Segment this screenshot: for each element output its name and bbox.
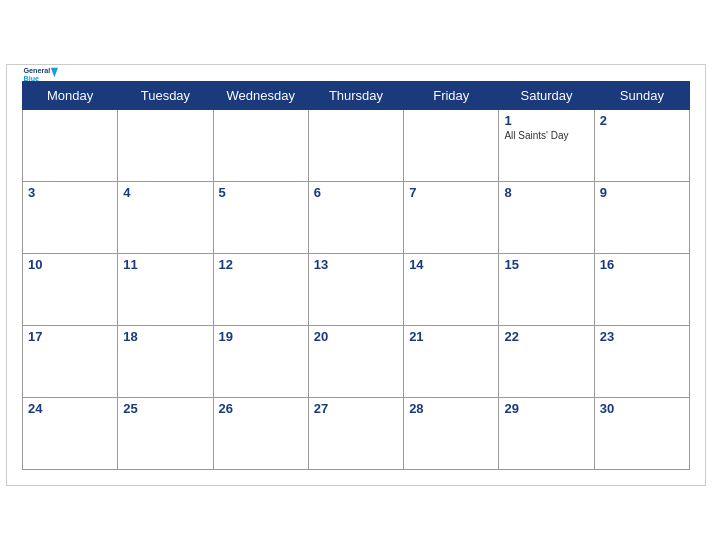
day-cell: 19 <box>213 326 308 398</box>
day-cell <box>308 110 403 182</box>
day-cell: 25 <box>118 398 213 470</box>
week-row-5: 24252627282930 <box>23 398 690 470</box>
day-cell: 23 <box>594 326 689 398</box>
day-cell: 5 <box>213 182 308 254</box>
day-cell: 17 <box>23 326 118 398</box>
day-number: 5 <box>219 185 303 200</box>
logo-icon: General Blue <box>22 64 58 86</box>
day-cell: 26 <box>213 398 308 470</box>
day-cell: 10 <box>23 254 118 326</box>
day-number: 26 <box>219 401 303 416</box>
day-number: 16 <box>600 257 684 272</box>
day-number: 14 <box>409 257 493 272</box>
day-number: 27 <box>314 401 398 416</box>
weekday-header-thursday: Thursday <box>308 82 403 110</box>
day-number: 1 <box>504 113 588 128</box>
weekday-header-wednesday: Wednesday <box>213 82 308 110</box>
day-cell <box>404 110 499 182</box>
calendar-container: General Blue MondayTuesdayWednesdayThurs… <box>6 64 706 486</box>
day-cell: 16 <box>594 254 689 326</box>
day-cell: 11 <box>118 254 213 326</box>
day-number: 8 <box>504 185 588 200</box>
day-cell: 1All Saints' Day <box>499 110 594 182</box>
day-cell: 13 <box>308 254 403 326</box>
calendar-table: MondayTuesdayWednesdayThursdayFridaySatu… <box>22 81 690 470</box>
day-number: 22 <box>504 329 588 344</box>
day-number: 24 <box>28 401 112 416</box>
day-number: 15 <box>504 257 588 272</box>
day-cell: 27 <box>308 398 403 470</box>
day-cell: 4 <box>118 182 213 254</box>
day-number: 4 <box>123 185 207 200</box>
day-number: 21 <box>409 329 493 344</box>
day-number: 30 <box>600 401 684 416</box>
weekday-header-sunday: Sunday <box>594 82 689 110</box>
day-number: 9 <box>600 185 684 200</box>
day-cell: 24 <box>23 398 118 470</box>
day-number: 11 <box>123 257 207 272</box>
svg-text:Blue: Blue <box>23 74 39 83</box>
day-event: All Saints' Day <box>504 130 588 141</box>
day-cell <box>118 110 213 182</box>
day-number: 7 <box>409 185 493 200</box>
day-cell: 3 <box>23 182 118 254</box>
weekday-header-saturday: Saturday <box>499 82 594 110</box>
weekday-header-friday: Friday <box>404 82 499 110</box>
day-cell: 6 <box>308 182 403 254</box>
day-number: 29 <box>504 401 588 416</box>
day-number: 19 <box>219 329 303 344</box>
day-cell: 9 <box>594 182 689 254</box>
svg-text:General: General <box>23 66 50 75</box>
day-number: 25 <box>123 401 207 416</box>
day-cell: 21 <box>404 326 499 398</box>
day-number: 10 <box>28 257 112 272</box>
day-number: 3 <box>28 185 112 200</box>
day-cell: 20 <box>308 326 403 398</box>
day-number: 2 <box>600 113 684 128</box>
day-number: 18 <box>123 329 207 344</box>
week-row-1: 1All Saints' Day2 <box>23 110 690 182</box>
weekday-header-row: MondayTuesdayWednesdayThursdayFridaySatu… <box>23 82 690 110</box>
day-cell: 29 <box>499 398 594 470</box>
day-cell: 8 <box>499 182 594 254</box>
svg-marker-2 <box>51 68 58 77</box>
day-cell: 18 <box>118 326 213 398</box>
weekday-header-tuesday: Tuesday <box>118 82 213 110</box>
week-row-2: 3456789 <box>23 182 690 254</box>
day-number: 20 <box>314 329 398 344</box>
day-cell <box>23 110 118 182</box>
day-number: 17 <box>28 329 112 344</box>
week-row-4: 17181920212223 <box>23 326 690 398</box>
day-cell: 7 <box>404 182 499 254</box>
day-cell: 15 <box>499 254 594 326</box>
week-row-3: 10111213141516 <box>23 254 690 326</box>
day-cell <box>213 110 308 182</box>
day-number: 6 <box>314 185 398 200</box>
day-cell: 12 <box>213 254 308 326</box>
day-cell: 22 <box>499 326 594 398</box>
day-number: 13 <box>314 257 398 272</box>
logo-area: General Blue <box>22 64 58 86</box>
day-cell: 30 <box>594 398 689 470</box>
day-number: 23 <box>600 329 684 344</box>
day-number: 12 <box>219 257 303 272</box>
day-cell: 14 <box>404 254 499 326</box>
day-number: 28 <box>409 401 493 416</box>
day-cell: 2 <box>594 110 689 182</box>
day-cell: 28 <box>404 398 499 470</box>
